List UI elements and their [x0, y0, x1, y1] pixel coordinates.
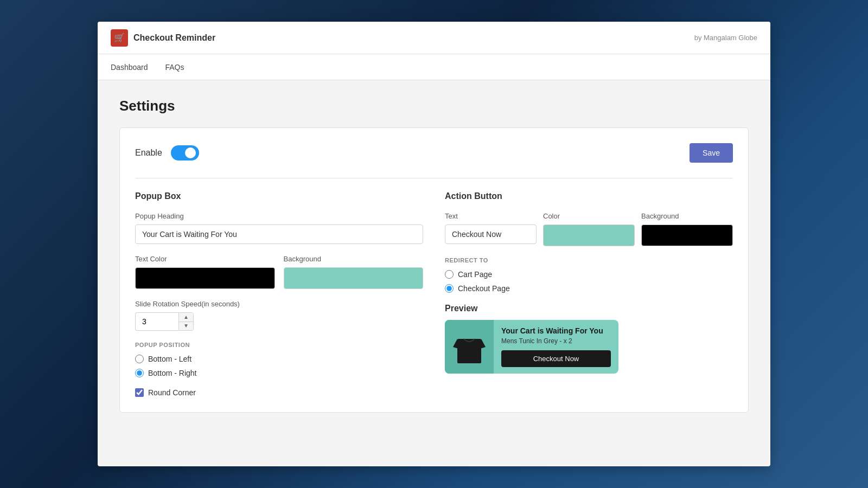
slide-speed-group: Slide Rotation Speed(in seconds) ▲ ▼: [135, 300, 423, 331]
preview-image: [445, 320, 494, 374]
action-bg-label: Background: [641, 212, 733, 220]
spinner-down-button[interactable]: ▼: [179, 322, 193, 331]
popup-position-label: POPUP POSITION: [135, 342, 423, 348]
nav: Dashboard FAQs: [98, 54, 770, 80]
page-title: Settings: [119, 98, 749, 114]
enable-label: Enable: [135, 148, 162, 158]
action-color-label: Color: [543, 212, 635, 220]
round-corner-group[interactable]: Round Corner: [135, 388, 423, 397]
save-button[interactable]: Save: [690, 143, 733, 163]
spinner-buttons: ▲ ▼: [178, 312, 194, 331]
preview-product: Mens Tunic In Grey - x 2: [501, 337, 611, 345]
redirect-cart-label: Cart Page: [458, 270, 492, 279]
main-content: Settings Enable Save Popup Box: [98, 80, 770, 430]
preview-section: Preview: [445, 304, 733, 374]
popup-position-group: POPUP POSITION Bottom - Left Bottom - Ri…: [135, 342, 423, 377]
position-bottom-left[interactable]: Bottom - Left: [135, 355, 423, 363]
position-bottom-right-label: Bottom - Right: [148, 369, 196, 377]
round-corner-label: Round Corner: [148, 388, 196, 397]
popup-heading-group: Popup Heading: [135, 212, 423, 244]
position-bottom-right[interactable]: Bottom - Right: [135, 369, 423, 377]
app-container: 🛒 Checkout Reminder by Mangalam Globe Da…: [98, 22, 770, 466]
action-text-label: Text: [445, 212, 537, 220]
position-radio-group: Bottom - Left Bottom - Right: [135, 355, 423, 377]
redirect-section: REDIRECT TO Cart Page Checkout Page: [445, 257, 733, 293]
background-swatch[interactable]: [284, 267, 424, 289]
position-bottom-left-label: Bottom - Left: [148, 355, 192, 363]
action-btn-fields: Text Color Background: [445, 212, 733, 246]
enable-toggle[interactable]: [171, 145, 199, 160]
redirect-checkout-label: Checkout Page: [458, 284, 510, 293]
slide-speed-input[interactable]: [135, 312, 178, 331]
action-text-group: Text: [445, 212, 537, 246]
action-color-group: Color: [543, 212, 635, 246]
text-color-bg-row: Text Color Background: [135, 255, 423, 289]
nav-item-faqs[interactable]: FAQs: [165, 61, 184, 74]
action-button-section: Action Button Text Color Background: [445, 191, 733, 397]
redirect-radio-group: Cart Page Checkout Page: [445, 270, 733, 293]
popup-heading-label: Popup Heading: [135, 212, 423, 220]
action-color-swatch[interactable]: [543, 224, 635, 246]
action-button-title: Action Button: [445, 191, 733, 201]
shirt-icon: [453, 328, 486, 366]
preview-title: Preview: [445, 304, 733, 313]
slide-speed-spinner: ▲ ▼: [135, 312, 200, 331]
action-bg-group: Background: [641, 212, 733, 246]
preview-heading: Your Cart is Waiting For You: [501, 326, 611, 335]
svg-rect-0: [457, 339, 481, 363]
slide-speed-label: Slide Rotation Speed(in seconds): [135, 300, 423, 308]
enable-row: Enable Save: [135, 143, 733, 163]
logo-icon: 🛒: [111, 29, 128, 47]
preview-popup: Your Cart is Waiting For You Mens Tunic …: [445, 320, 618, 374]
preview-checkout-button[interactable]: Checkout Now: [501, 350, 611, 367]
action-bg-swatch[interactable]: [641, 224, 733, 246]
popup-heading-input[interactable]: [135, 224, 423, 244]
background-label: Background: [284, 255, 424, 263]
header-byline: by Mangalam Globe: [694, 34, 757, 42]
text-color-swatch[interactable]: [135, 267, 275, 289]
header: 🛒 Checkout Reminder by Mangalam Globe: [98, 22, 770, 54]
popup-box-section: Popup Box Popup Heading Text Color B: [135, 191, 423, 397]
settings-columns: Popup Box Popup Heading Text Color B: [135, 191, 733, 397]
redirect-label: REDIRECT TO: [445, 257, 733, 264]
settings-card: Enable Save Popup Box Popup Heading: [119, 127, 749, 413]
spinner-up-button[interactable]: ▲: [179, 313, 193, 322]
popup-box-title: Popup Box: [135, 191, 423, 201]
redirect-cart[interactable]: Cart Page: [445, 270, 733, 279]
preview-content: Your Cart is Waiting For You Mens Tunic …: [494, 320, 618, 374]
redirect-checkout[interactable]: Checkout Page: [445, 284, 733, 293]
bg-color-group: Background: [284, 255, 424, 289]
action-text-input[interactable]: [445, 224, 537, 244]
header-logo: 🛒 Checkout Reminder: [111, 29, 215, 47]
divider: [135, 178, 733, 178]
text-color-group: Text Color: [135, 255, 275, 289]
logo-title: Checkout Reminder: [133, 33, 215, 43]
nav-item-dashboard[interactable]: Dashboard: [111, 61, 148, 74]
text-color-label: Text Color: [135, 255, 275, 263]
